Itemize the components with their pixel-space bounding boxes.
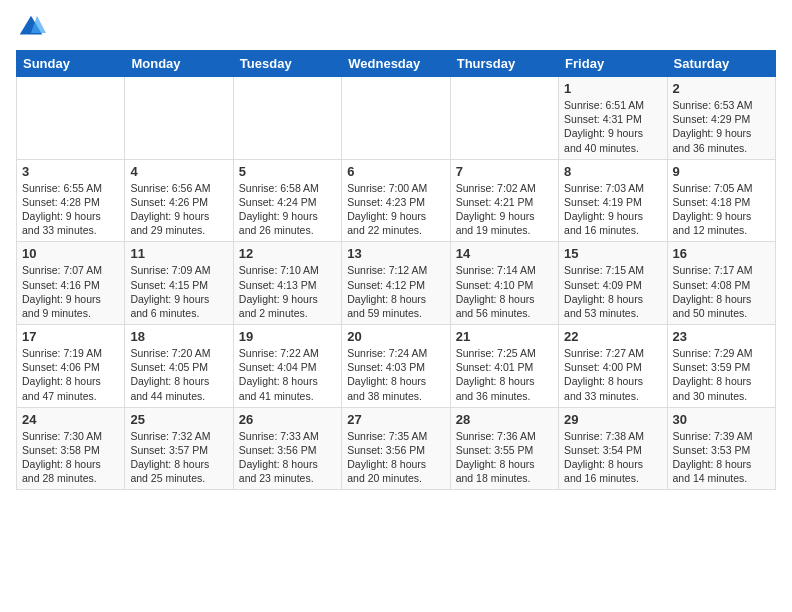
calendar-cell: 17Sunrise: 7:19 AM Sunset: 4:06 PM Dayli… <box>17 325 125 408</box>
day-number: 5 <box>239 164 336 179</box>
day-number: 29 <box>564 412 661 427</box>
day-number: 27 <box>347 412 444 427</box>
day-number: 15 <box>564 246 661 261</box>
day-info: Sunrise: 7:22 AM Sunset: 4:04 PM Dayligh… <box>239 346 336 403</box>
page-header <box>16 12 776 42</box>
weekday-header: Thursday <box>450 51 558 77</box>
calendar-week-row: 3Sunrise: 6:55 AM Sunset: 4:28 PM Daylig… <box>17 159 776 242</box>
day-info: Sunrise: 7:27 AM Sunset: 4:00 PM Dayligh… <box>564 346 661 403</box>
day-number: 13 <box>347 246 444 261</box>
day-info: Sunrise: 7:25 AM Sunset: 4:01 PM Dayligh… <box>456 346 553 403</box>
calendar-cell: 28Sunrise: 7:36 AM Sunset: 3:55 PM Dayli… <box>450 407 558 490</box>
day-info: Sunrise: 7:05 AM Sunset: 4:18 PM Dayligh… <box>673 181 770 238</box>
day-number: 16 <box>673 246 770 261</box>
calendar-cell: 27Sunrise: 7:35 AM Sunset: 3:56 PM Dayli… <box>342 407 450 490</box>
calendar-cell: 23Sunrise: 7:29 AM Sunset: 3:59 PM Dayli… <box>667 325 775 408</box>
weekday-header: Saturday <box>667 51 775 77</box>
calendar-cell: 22Sunrise: 7:27 AM Sunset: 4:00 PM Dayli… <box>559 325 667 408</box>
day-info: Sunrise: 6:53 AM Sunset: 4:29 PM Dayligh… <box>673 98 770 155</box>
calendar-cell: 7Sunrise: 7:02 AM Sunset: 4:21 PM Daylig… <box>450 159 558 242</box>
weekday-header: Wednesday <box>342 51 450 77</box>
day-number: 6 <box>347 164 444 179</box>
calendar-cell: 1Sunrise: 6:51 AM Sunset: 4:31 PM Daylig… <box>559 77 667 160</box>
calendar-cell: 14Sunrise: 7:14 AM Sunset: 4:10 PM Dayli… <box>450 242 558 325</box>
calendar-cell: 16Sunrise: 7:17 AM Sunset: 4:08 PM Dayli… <box>667 242 775 325</box>
day-number: 1 <box>564 81 661 96</box>
day-info: Sunrise: 7:19 AM Sunset: 4:06 PM Dayligh… <box>22 346 119 403</box>
calendar-cell: 13Sunrise: 7:12 AM Sunset: 4:12 PM Dayli… <box>342 242 450 325</box>
calendar-cell <box>233 77 341 160</box>
day-number: 7 <box>456 164 553 179</box>
day-info: Sunrise: 7:03 AM Sunset: 4:19 PM Dayligh… <box>564 181 661 238</box>
day-info: Sunrise: 6:55 AM Sunset: 4:28 PM Dayligh… <box>22 181 119 238</box>
day-number: 11 <box>130 246 227 261</box>
calendar-cell <box>450 77 558 160</box>
day-number: 24 <box>22 412 119 427</box>
day-info: Sunrise: 7:29 AM Sunset: 3:59 PM Dayligh… <box>673 346 770 403</box>
day-info: Sunrise: 6:58 AM Sunset: 4:24 PM Dayligh… <box>239 181 336 238</box>
day-info: Sunrise: 7:17 AM Sunset: 4:08 PM Dayligh… <box>673 263 770 320</box>
day-info: Sunrise: 7:39 AM Sunset: 3:53 PM Dayligh… <box>673 429 770 486</box>
day-number: 30 <box>673 412 770 427</box>
calendar-cell: 18Sunrise: 7:20 AM Sunset: 4:05 PM Dayli… <box>125 325 233 408</box>
day-number: 26 <box>239 412 336 427</box>
day-info: Sunrise: 7:33 AM Sunset: 3:56 PM Dayligh… <box>239 429 336 486</box>
day-number: 2 <box>673 81 770 96</box>
calendar-cell: 26Sunrise: 7:33 AM Sunset: 3:56 PM Dayli… <box>233 407 341 490</box>
day-info: Sunrise: 7:20 AM Sunset: 4:05 PM Dayligh… <box>130 346 227 403</box>
page-container: SundayMondayTuesdayWednesdayThursdayFrid… <box>0 0 792 498</box>
day-info: Sunrise: 7:10 AM Sunset: 4:13 PM Dayligh… <box>239 263 336 320</box>
day-number: 18 <box>130 329 227 344</box>
day-number: 12 <box>239 246 336 261</box>
day-info: Sunrise: 7:07 AM Sunset: 4:16 PM Dayligh… <box>22 263 119 320</box>
day-number: 25 <box>130 412 227 427</box>
day-info: Sunrise: 7:15 AM Sunset: 4:09 PM Dayligh… <box>564 263 661 320</box>
calendar-cell: 19Sunrise: 7:22 AM Sunset: 4:04 PM Dayli… <box>233 325 341 408</box>
day-number: 28 <box>456 412 553 427</box>
calendar-week-row: 1Sunrise: 6:51 AM Sunset: 4:31 PM Daylig… <box>17 77 776 160</box>
day-info: Sunrise: 7:35 AM Sunset: 3:56 PM Dayligh… <box>347 429 444 486</box>
calendar-cell: 2Sunrise: 6:53 AM Sunset: 4:29 PM Daylig… <box>667 77 775 160</box>
calendar-cell: 4Sunrise: 6:56 AM Sunset: 4:26 PM Daylig… <box>125 159 233 242</box>
day-number: 9 <box>673 164 770 179</box>
weekday-header: Friday <box>559 51 667 77</box>
calendar-cell: 5Sunrise: 6:58 AM Sunset: 4:24 PM Daylig… <box>233 159 341 242</box>
day-info: Sunrise: 7:00 AM Sunset: 4:23 PM Dayligh… <box>347 181 444 238</box>
day-info: Sunrise: 6:51 AM Sunset: 4:31 PM Dayligh… <box>564 98 661 155</box>
day-number: 22 <box>564 329 661 344</box>
day-number: 17 <box>22 329 119 344</box>
calendar-cell: 29Sunrise: 7:38 AM Sunset: 3:54 PM Dayli… <box>559 407 667 490</box>
calendar-cell: 15Sunrise: 7:15 AM Sunset: 4:09 PM Dayli… <box>559 242 667 325</box>
calendar-cell: 24Sunrise: 7:30 AM Sunset: 3:58 PM Dayli… <box>17 407 125 490</box>
weekday-header: Monday <box>125 51 233 77</box>
day-number: 4 <box>130 164 227 179</box>
day-info: Sunrise: 7:02 AM Sunset: 4:21 PM Dayligh… <box>456 181 553 238</box>
day-number: 14 <box>456 246 553 261</box>
day-number: 19 <box>239 329 336 344</box>
header-row: SundayMondayTuesdayWednesdayThursdayFrid… <box>17 51 776 77</box>
calendar-cell: 21Sunrise: 7:25 AM Sunset: 4:01 PM Dayli… <box>450 325 558 408</box>
calendar-cell: 20Sunrise: 7:24 AM Sunset: 4:03 PM Dayli… <box>342 325 450 408</box>
weekday-header: Sunday <box>17 51 125 77</box>
calendar-cell: 12Sunrise: 7:10 AM Sunset: 4:13 PM Dayli… <box>233 242 341 325</box>
logo-icon <box>16 12 46 42</box>
calendar-week-row: 17Sunrise: 7:19 AM Sunset: 4:06 PM Dayli… <box>17 325 776 408</box>
day-number: 3 <box>22 164 119 179</box>
calendar-week-row: 24Sunrise: 7:30 AM Sunset: 3:58 PM Dayli… <box>17 407 776 490</box>
day-info: Sunrise: 7:14 AM Sunset: 4:10 PM Dayligh… <box>456 263 553 320</box>
calendar-cell <box>342 77 450 160</box>
logo <box>16 12 50 42</box>
day-info: Sunrise: 7:38 AM Sunset: 3:54 PM Dayligh… <box>564 429 661 486</box>
calendar-cell: 11Sunrise: 7:09 AM Sunset: 4:15 PM Dayli… <box>125 242 233 325</box>
day-info: Sunrise: 7:12 AM Sunset: 4:12 PM Dayligh… <box>347 263 444 320</box>
calendar-cell: 3Sunrise: 6:55 AM Sunset: 4:28 PM Daylig… <box>17 159 125 242</box>
day-number: 23 <box>673 329 770 344</box>
calendar-cell: 25Sunrise: 7:32 AM Sunset: 3:57 PM Dayli… <box>125 407 233 490</box>
calendar-cell: 9Sunrise: 7:05 AM Sunset: 4:18 PM Daylig… <box>667 159 775 242</box>
day-number: 10 <box>22 246 119 261</box>
day-number: 8 <box>564 164 661 179</box>
calendar-week-row: 10Sunrise: 7:07 AM Sunset: 4:16 PM Dayli… <box>17 242 776 325</box>
weekday-header: Tuesday <box>233 51 341 77</box>
day-number: 20 <box>347 329 444 344</box>
day-info: Sunrise: 7:24 AM Sunset: 4:03 PM Dayligh… <box>347 346 444 403</box>
